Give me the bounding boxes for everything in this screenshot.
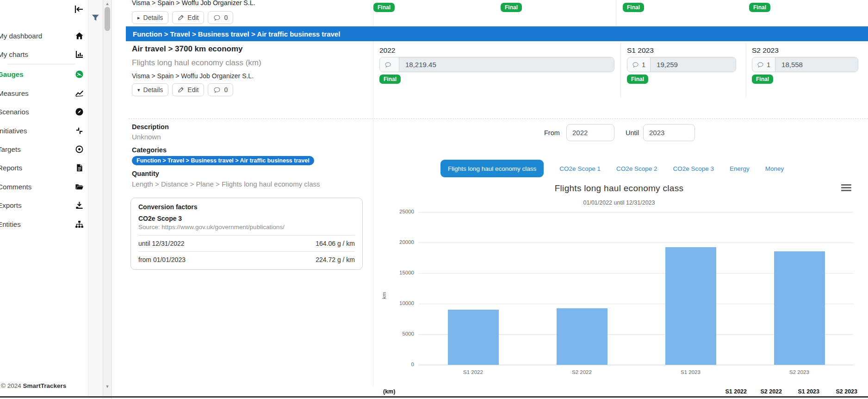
brand-name: SmartTrackers bbox=[23, 382, 66, 389]
period-value[interactable]: 19,259 bbox=[651, 57, 736, 72]
chart-subtitle: 01/01/2022 until 12/31/2023 bbox=[375, 193, 863, 206]
app-root: My dashboard My charts Gauges Measures S… bbox=[0, 0, 868, 399]
until-year-input[interactable] bbox=[643, 124, 695, 141]
column-divider bbox=[616, 0, 616, 25]
comment-count-prefix[interactable]: 1 bbox=[627, 57, 651, 72]
filter-gutter bbox=[88, 0, 103, 399]
pencil-icon bbox=[178, 14, 184, 21]
vertical-scrollbar[interactable]: ▲ ▼ bbox=[103, 0, 112, 399]
details-button[interactable]: ▾ Details bbox=[132, 83, 168, 96]
sidebar: My dashboard My charts Gauges Measures S… bbox=[0, 0, 88, 399]
tab-money[interactable]: Money bbox=[765, 165, 784, 172]
sidebar-item-label: My charts bbox=[0, 50, 73, 58]
y-axis-tick-label: 10000 bbox=[390, 300, 414, 306]
status-badge: Final bbox=[379, 75, 401, 84]
value-input-s2-2023[interactable]: 1 18,558 bbox=[752, 57, 858, 72]
conversion-factors-title: Conversion factors bbox=[138, 203, 355, 211]
bar-s2-2022[interactable] bbox=[557, 308, 608, 365]
conversion-factor: 224.72 g / km bbox=[316, 256, 355, 263]
status-badge: Final bbox=[623, 3, 644, 12]
line-chart-icon bbox=[73, 89, 85, 98]
sitemap-icon bbox=[73, 220, 85, 229]
sidebar-item-label: Scenarios bbox=[0, 108, 73, 116]
from-year-input[interactable] bbox=[566, 124, 614, 141]
tab-flights-long-haul[interactable]: Flights long haul economy class bbox=[440, 160, 544, 177]
y-axis-tick-label: 0 bbox=[390, 362, 414, 367]
sidebar-item-initiatives[interactable]: Initiatives bbox=[0, 121, 88, 140]
tab-energy[interactable]: Energy bbox=[730, 165, 750, 172]
gauge-entity-path: Visma > Spain > Woffu Job Organizer S.L. bbox=[132, 72, 254, 80]
scrollbar-thumb[interactable] bbox=[105, 7, 110, 31]
from-label: From bbox=[544, 129, 560, 137]
tab-co2e-scope-3[interactable]: CO2e Scope 3 bbox=[673, 165, 714, 172]
comment-icon bbox=[213, 87, 221, 94]
scroll-down-icon[interactable]: ▼ bbox=[103, 384, 112, 389]
gauge-icon bbox=[73, 70, 85, 79]
sidebar-item-label: Gauges bbox=[0, 70, 73, 78]
period-label-s1-2023: S1 2023 bbox=[627, 46, 654, 55]
column-divider bbox=[373, 0, 373, 387]
download-icon bbox=[73, 201, 85, 210]
conversion-factor: 164.06 g / km bbox=[316, 240, 355, 247]
gauge-title: Air travel > 3700 km economy bbox=[132, 44, 243, 54]
conversion-scope: CO2e Scope 3 bbox=[138, 215, 355, 222]
chart-menu-icon[interactable] bbox=[841, 184, 851, 193]
column-divider bbox=[620, 43, 621, 98]
period-value[interactable]: 18,558 bbox=[775, 57, 858, 72]
quantity-value: Length > Distance > Plane > Flights long… bbox=[132, 180, 320, 188]
sidebar-item-gauges[interactable]: Gauges bbox=[0, 65, 88, 84]
period-value[interactable]: 18,219.45 bbox=[399, 57, 614, 72]
period-label-2022: 2022 bbox=[379, 46, 395, 55]
conversion-row: until 12/31/2022 164.06 g / km bbox=[138, 235, 355, 251]
tab-co2e-scope-2[interactable]: CO2e Scope 2 bbox=[616, 165, 657, 172]
sidebar-item-reports[interactable]: Reports bbox=[0, 159, 88, 177]
edit-button[interactable]: Edit bbox=[172, 83, 204, 96]
y-axis-tick-label: 20000 bbox=[390, 239, 414, 245]
comment-icon bbox=[632, 62, 639, 68]
status-badge: Final bbox=[373, 3, 395, 12]
prev-edit-button[interactable]: Edit bbox=[172, 11, 204, 24]
bar-s2-2023[interactable] bbox=[774, 251, 825, 365]
status-badge: Final bbox=[627, 75, 648, 84]
chart-container: Flights long haul economy class 01/01/20… bbox=[375, 180, 863, 389]
sidebar-item-label: Comments bbox=[0, 183, 73, 191]
status-badge: Final bbox=[752, 75, 773, 84]
sidebar-item-scenarios[interactable]: Scenarios bbox=[0, 103, 88, 121]
comment-count-prefix[interactable] bbox=[380, 57, 399, 72]
bar-s1-2022[interactable] bbox=[448, 310, 499, 365]
footer-col-header: S1 2023 bbox=[793, 388, 819, 395]
series-tabs: Flights long haul economy class CO2e Sco… bbox=[440, 160, 784, 177]
caret-down-icon: ▾ bbox=[137, 87, 140, 93]
description-value: Unknown bbox=[132, 133, 161, 141]
initiatives-icon bbox=[73, 126, 85, 135]
tab-co2e-scope-1[interactable]: CO2e Scope 1 bbox=[559, 165, 601, 172]
sidebar-item-my-dashboard[interactable]: My dashboard bbox=[0, 26, 88, 45]
value-input-s1-2023[interactable]: 1 19,259 bbox=[627, 57, 736, 72]
y-axis-tick-label: 15000 bbox=[390, 270, 414, 275]
value-input-2022[interactable]: 18,219.45 bbox=[379, 57, 614, 72]
until-label: Until bbox=[626, 129, 639, 137]
comment-count-prefix[interactable]: 1 bbox=[752, 57, 775, 72]
sidebar-item-my-charts[interactable]: My charts bbox=[0, 45, 88, 63]
sidebar-item-label: Measures bbox=[0, 89, 73, 97]
table-header-border bbox=[0, 396, 868, 398]
sidebar-item-entities[interactable]: Entities bbox=[0, 215, 88, 233]
category-badge[interactable]: Function > Travel > Business travel > Ai… bbox=[132, 156, 314, 165]
comment-icon bbox=[384, 62, 391, 68]
sidebar-item-targets[interactable]: Targets bbox=[0, 140, 88, 158]
sidebar-item-exports[interactable]: Exports bbox=[0, 196, 88, 215]
sidebar-collapse-icon[interactable] bbox=[73, 4, 87, 16]
scroll-up-icon[interactable]: ▲ bbox=[103, 1, 112, 6]
comments-button[interactable]: 0 bbox=[208, 83, 233, 96]
categories-label: Categories bbox=[132, 146, 167, 154]
prev-details-button[interactable]: ▸ Details bbox=[132, 11, 168, 24]
bar-s1-2023[interactable] bbox=[665, 247, 716, 365]
sidebar-item-comments[interactable]: Comments bbox=[0, 177, 88, 196]
period-label-s2-2023: S2 2023 bbox=[752, 46, 779, 55]
filter-icon[interactable] bbox=[91, 13, 100, 24]
folder-icon bbox=[73, 182, 85, 191]
chart-title: Flights long haul economy class bbox=[375, 180, 863, 193]
prev-comments-button[interactable]: 0 bbox=[208, 11, 233, 24]
conversion-factors-card: Conversion factors CO2e Scope 3 Source: … bbox=[130, 198, 363, 270]
sidebar-item-measures[interactable]: Measures bbox=[0, 84, 88, 102]
